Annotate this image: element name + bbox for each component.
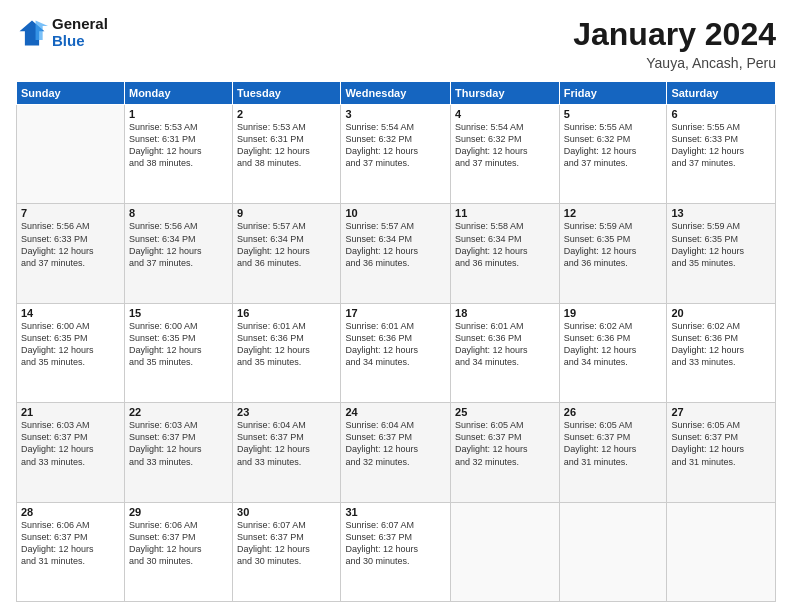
day-number: 14 xyxy=(21,307,120,319)
logo-text: General Blue xyxy=(52,16,108,49)
day-number: 3 xyxy=(345,108,446,120)
calendar-cell: 4Sunrise: 5:54 AMSunset: 6:32 PMDaylight… xyxy=(451,105,560,204)
calendar-cell: 13Sunrise: 5:59 AMSunset: 6:35 PMDayligh… xyxy=(667,204,776,303)
calendar-cell: 17Sunrise: 6:01 AMSunset: 6:36 PMDayligh… xyxy=(341,303,451,402)
day-info: Sunrise: 5:55 AMSunset: 6:33 PMDaylight:… xyxy=(671,121,771,170)
day-info: Sunrise: 6:00 AMSunset: 6:35 PMDaylight:… xyxy=(129,320,228,369)
calendar-cell: 5Sunrise: 5:55 AMSunset: 6:32 PMDaylight… xyxy=(559,105,667,204)
day-number: 23 xyxy=(237,406,336,418)
day-info: Sunrise: 5:53 AMSunset: 6:31 PMDaylight:… xyxy=(129,121,228,170)
calendar-cell: 1Sunrise: 5:53 AMSunset: 6:31 PMDaylight… xyxy=(124,105,232,204)
calendar-cell: 3Sunrise: 5:54 AMSunset: 6:32 PMDaylight… xyxy=(341,105,451,204)
day-info: Sunrise: 6:02 AMSunset: 6:36 PMDaylight:… xyxy=(671,320,771,369)
day-number: 27 xyxy=(671,406,771,418)
day-info: Sunrise: 5:56 AMSunset: 6:33 PMDaylight:… xyxy=(21,220,120,269)
day-info: Sunrise: 6:07 AMSunset: 6:37 PMDaylight:… xyxy=(237,519,336,568)
day-info: Sunrise: 6:07 AMSunset: 6:37 PMDaylight:… xyxy=(345,519,446,568)
calendar-cell xyxy=(17,105,125,204)
day-info: Sunrise: 6:05 AMSunset: 6:37 PMDaylight:… xyxy=(671,419,771,468)
day-number: 19 xyxy=(564,307,663,319)
day-info: Sunrise: 6:01 AMSunset: 6:36 PMDaylight:… xyxy=(237,320,336,369)
day-number: 20 xyxy=(671,307,771,319)
calendar-cell: 30Sunrise: 6:07 AMSunset: 6:37 PMDayligh… xyxy=(233,502,341,601)
logo: General Blue xyxy=(16,16,108,49)
day-number: 29 xyxy=(129,506,228,518)
calendar-cell: 10Sunrise: 5:57 AMSunset: 6:34 PMDayligh… xyxy=(341,204,451,303)
calendar-week-5: 28Sunrise: 6:06 AMSunset: 6:37 PMDayligh… xyxy=(17,502,776,601)
calendar-cell: 24Sunrise: 6:04 AMSunset: 6:37 PMDayligh… xyxy=(341,403,451,502)
day-info: Sunrise: 5:58 AMSunset: 6:34 PMDaylight:… xyxy=(455,220,555,269)
calendar-cell: 20Sunrise: 6:02 AMSunset: 6:36 PMDayligh… xyxy=(667,303,776,402)
logo-icon xyxy=(16,17,48,49)
day-number: 30 xyxy=(237,506,336,518)
day-number: 11 xyxy=(455,207,555,219)
calendar-cell: 19Sunrise: 6:02 AMSunset: 6:36 PMDayligh… xyxy=(559,303,667,402)
calendar-header-row: SundayMondayTuesdayWednesdayThursdayFrid… xyxy=(17,82,776,105)
day-number: 15 xyxy=(129,307,228,319)
day-number: 25 xyxy=(455,406,555,418)
calendar-cell: 27Sunrise: 6:05 AMSunset: 6:37 PMDayligh… xyxy=(667,403,776,502)
calendar-header-friday: Friday xyxy=(559,82,667,105)
day-info: Sunrise: 6:02 AMSunset: 6:36 PMDaylight:… xyxy=(564,320,663,369)
day-number: 16 xyxy=(237,307,336,319)
day-info: Sunrise: 6:06 AMSunset: 6:37 PMDaylight:… xyxy=(21,519,120,568)
day-info: Sunrise: 6:01 AMSunset: 6:36 PMDaylight:… xyxy=(455,320,555,369)
day-number: 26 xyxy=(564,406,663,418)
day-info: Sunrise: 5:56 AMSunset: 6:34 PMDaylight:… xyxy=(129,220,228,269)
day-number: 21 xyxy=(21,406,120,418)
calendar-cell: 6Sunrise: 5:55 AMSunset: 6:33 PMDaylight… xyxy=(667,105,776,204)
day-number: 5 xyxy=(564,108,663,120)
calendar-week-3: 14Sunrise: 6:00 AMSunset: 6:35 PMDayligh… xyxy=(17,303,776,402)
day-number: 13 xyxy=(671,207,771,219)
day-info: Sunrise: 5:54 AMSunset: 6:32 PMDaylight:… xyxy=(455,121,555,170)
day-info: Sunrise: 5:59 AMSunset: 6:35 PMDaylight:… xyxy=(564,220,663,269)
day-number: 4 xyxy=(455,108,555,120)
svg-marker-1 xyxy=(36,20,48,40)
calendar-week-4: 21Sunrise: 6:03 AMSunset: 6:37 PMDayligh… xyxy=(17,403,776,502)
day-number: 8 xyxy=(129,207,228,219)
day-number: 7 xyxy=(21,207,120,219)
day-number: 18 xyxy=(455,307,555,319)
day-info: Sunrise: 5:54 AMSunset: 6:32 PMDaylight:… xyxy=(345,121,446,170)
calendar-cell: 21Sunrise: 6:03 AMSunset: 6:37 PMDayligh… xyxy=(17,403,125,502)
calendar-cell: 12Sunrise: 5:59 AMSunset: 6:35 PMDayligh… xyxy=(559,204,667,303)
day-info: Sunrise: 6:00 AMSunset: 6:35 PMDaylight:… xyxy=(21,320,120,369)
calendar-cell: 22Sunrise: 6:03 AMSunset: 6:37 PMDayligh… xyxy=(124,403,232,502)
calendar-header-thursday: Thursday xyxy=(451,82,560,105)
calendar-cell: 25Sunrise: 6:05 AMSunset: 6:37 PMDayligh… xyxy=(451,403,560,502)
day-number: 1 xyxy=(129,108,228,120)
calendar-table: SundayMondayTuesdayWednesdayThursdayFrid… xyxy=(16,81,776,602)
day-info: Sunrise: 6:03 AMSunset: 6:37 PMDaylight:… xyxy=(21,419,120,468)
day-info: Sunrise: 6:05 AMSunset: 6:37 PMDaylight:… xyxy=(455,419,555,468)
day-info: Sunrise: 5:55 AMSunset: 6:32 PMDaylight:… xyxy=(564,121,663,170)
subtitle: Yauya, Ancash, Peru xyxy=(573,55,776,71)
day-number: 22 xyxy=(129,406,228,418)
day-number: 6 xyxy=(671,108,771,120)
calendar-cell: 26Sunrise: 6:05 AMSunset: 6:37 PMDayligh… xyxy=(559,403,667,502)
day-number: 24 xyxy=(345,406,446,418)
calendar-cell: 18Sunrise: 6:01 AMSunset: 6:36 PMDayligh… xyxy=(451,303,560,402)
day-info: Sunrise: 5:59 AMSunset: 6:35 PMDaylight:… xyxy=(671,220,771,269)
calendar-cell: 29Sunrise: 6:06 AMSunset: 6:37 PMDayligh… xyxy=(124,502,232,601)
title-block: January 2024 Yauya, Ancash, Peru xyxy=(573,16,776,71)
calendar-cell: 7Sunrise: 5:56 AMSunset: 6:33 PMDaylight… xyxy=(17,204,125,303)
day-info: Sunrise: 5:57 AMSunset: 6:34 PMDaylight:… xyxy=(237,220,336,269)
day-number: 17 xyxy=(345,307,446,319)
calendar-cell xyxy=(559,502,667,601)
day-info: Sunrise: 5:53 AMSunset: 6:31 PMDaylight:… xyxy=(237,121,336,170)
calendar-cell: 9Sunrise: 5:57 AMSunset: 6:34 PMDaylight… xyxy=(233,204,341,303)
day-number: 28 xyxy=(21,506,120,518)
day-info: Sunrise: 6:04 AMSunset: 6:37 PMDaylight:… xyxy=(237,419,336,468)
calendar-header-saturday: Saturday xyxy=(667,82,776,105)
day-number: 10 xyxy=(345,207,446,219)
header: General Blue January 2024 Yauya, Ancash,… xyxy=(16,16,776,71)
calendar-header-sunday: Sunday xyxy=(17,82,125,105)
calendar-cell xyxy=(667,502,776,601)
day-info: Sunrise: 6:05 AMSunset: 6:37 PMDaylight:… xyxy=(564,419,663,468)
day-info: Sunrise: 6:01 AMSunset: 6:36 PMDaylight:… xyxy=(345,320,446,369)
day-number: 2 xyxy=(237,108,336,120)
main-title: January 2024 xyxy=(573,16,776,53)
day-number: 9 xyxy=(237,207,336,219)
calendar-header-monday: Monday xyxy=(124,82,232,105)
calendar-week-2: 7Sunrise: 5:56 AMSunset: 6:33 PMDaylight… xyxy=(17,204,776,303)
